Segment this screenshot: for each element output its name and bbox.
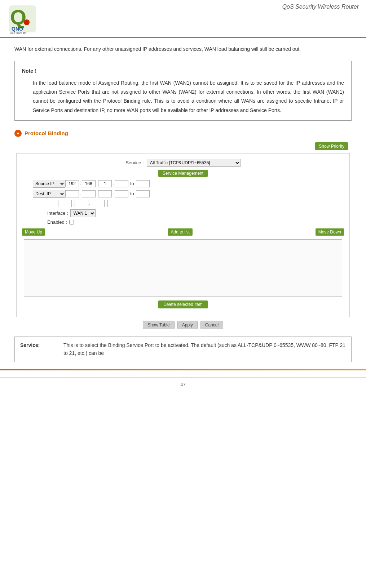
enabled-label: Enabled : (47, 219, 67, 225)
extra-ip-row: . . . (22, 200, 344, 207)
show-priority-button[interactable]: Show Priority (315, 142, 348, 150)
interface-label: Interface : (47, 210, 68, 216)
dest-ip-oct3[interactable] (98, 190, 112, 197)
intro-paragraph: WAN for external connections. For any ot… (14, 45, 352, 54)
extra-ip-oct2[interactable] (75, 200, 88, 207)
svg-text:your future life: your future life (10, 32, 26, 34)
service-row: Service : All Traffic [TCP&UDP/1~65535] (22, 159, 344, 167)
section-heading: ● Protocol Binding (14, 130, 352, 137)
source-ip-row: Source IP . . . to (22, 180, 344, 188)
header-title: QoS Security Wireless Router (282, 4, 359, 10)
service-desc-table: Service: This is to select the Binding S… (14, 337, 352, 362)
show-priority-row: Show Priority (14, 142, 352, 150)
ip-sep-5: . (96, 191, 98, 196)
page-number: 47 (180, 382, 185, 387)
ip-sep-3: . (113, 181, 114, 186)
svg-text:QNO: QNO (12, 26, 23, 32)
header-right: QoS Security Wireless Router (43, 4, 359, 13)
dest-ip-oct1[interactable] (65, 190, 79, 197)
add-to-list-button[interactable]: Add to list (168, 228, 193, 236)
extra-ip-oct4[interactable] (107, 200, 121, 207)
section-title: Protocol Binding (25, 130, 68, 136)
move-up-button[interactable]: Move Up (22, 228, 45, 236)
source-ip-oct4[interactable] (115, 180, 128, 187)
source-ip-type-select[interactable]: Source IP (33, 180, 65, 188)
ip-sep-1: . (80, 181, 81, 186)
enabled-checkbox[interactable] (69, 220, 74, 224)
ip-sep-6: . (113, 191, 114, 196)
ip-sep-9: . (105, 201, 107, 206)
config-panel: Service : All Traffic [TCP&UDP/1~65535] … (16, 153, 350, 317)
service-desc-text: This is to select the Binding Service Po… (58, 337, 352, 362)
delete-row: Delete selected item (22, 300, 344, 308)
section-bullet-icon: ● (14, 130, 22, 137)
source-ip-oct1[interactable] (65, 180, 79, 187)
list-area (24, 239, 342, 297)
svg-text:Q: Q (10, 5, 26, 29)
ip-sep-8: . (89, 201, 91, 206)
note-body: In the load balance mode of Assigned Rou… (22, 79, 344, 115)
action-buttons-row: Move Up Add to list Move Down (22, 228, 344, 236)
dest-ip-row: Dest. IP . . . to (22, 190, 344, 198)
bottom-buttons-row: Show Table Apply Cancel (14, 321, 352, 329)
source-ip-oct2[interactable] (82, 180, 96, 187)
service-management-button[interactable]: Service Management (158, 170, 208, 177)
ip-to-label-1: to (130, 181, 134, 186)
page-footer: 47 (0, 378, 366, 391)
qno-logo: Q QNO your future life (7, 4, 38, 34)
enabled-row: Enabled : (22, 219, 344, 225)
extra-ip-oct1[interactable] (58, 200, 72, 207)
source-ip-to[interactable] (136, 180, 150, 187)
service-desc-label: Service: (15, 337, 58, 362)
footer-line (0, 369, 366, 370)
interface-row: Interface : WAN 1 (22, 209, 344, 217)
dest-ip-oct2[interactable] (82, 190, 96, 197)
dest-ip-oct4[interactable] (115, 190, 128, 197)
source-ip-oct3[interactable] (98, 180, 112, 187)
ip-sep-2: . (96, 181, 98, 186)
logo-area: Q QNO your future life (7, 4, 43, 35)
dest-ip-to[interactable] (136, 190, 150, 197)
extra-ip-oct3[interactable] (91, 200, 105, 207)
delete-selected-button[interactable]: Delete selected item (158, 300, 208, 308)
apply-button[interactable]: Apply (177, 321, 198, 329)
service-desc-row: Service: This is to select the Binding S… (15, 337, 352, 362)
note-title: Note！ (22, 67, 344, 76)
move-down-button[interactable]: Move Down (316, 228, 344, 236)
ip-sep-4: . (80, 191, 81, 196)
svg-point-2 (24, 19, 30, 25)
ip-to-label-2: to (130, 191, 134, 196)
show-table-button[interactable]: Show Table (143, 321, 175, 329)
dest-ip-type-select[interactable]: Dest. IP (33, 190, 65, 198)
page-header: Q QNO your future life QoS Security Wire… (0, 0, 366, 38)
interface-select[interactable]: WAN 1 (70, 209, 96, 217)
ip-sep-7: . (72, 201, 74, 206)
note-box: Note！ In the load balance mode of Assign… (14, 61, 352, 121)
service-select[interactable]: All Traffic [TCP&UDP/1~65535] (147, 159, 241, 167)
service-label: Service : (125, 160, 144, 165)
page-content: WAN for external connections. For any ot… (0, 38, 366, 369)
cancel-button[interactable]: Cancel (200, 321, 223, 329)
